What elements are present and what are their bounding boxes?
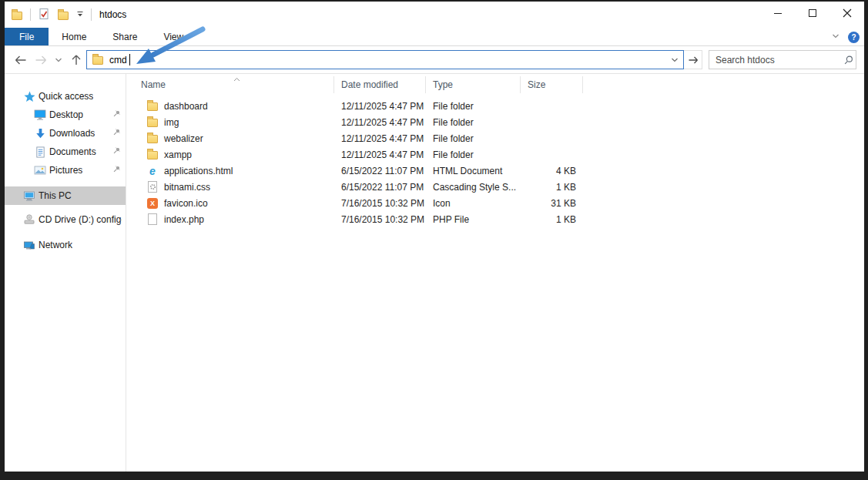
window-controls bbox=[760, 2, 864, 25]
sidebar-item-desktop[interactable]: Desktop bbox=[5, 106, 126, 124]
file-name: dashboard bbox=[164, 101, 208, 112]
navigation-bar: cmd bbox=[5, 46, 864, 74]
tab-file[interactable]: File bbox=[5, 28, 49, 45]
minimize-icon bbox=[774, 13, 782, 14]
desktop-icon bbox=[34, 109, 46, 121]
sidebar-item-documents[interactable]: Documents bbox=[5, 143, 126, 161]
file-name: xampp bbox=[164, 149, 192, 160]
file-name: bitnami.css bbox=[164, 182, 210, 193]
address-bar: cmd bbox=[86, 50, 702, 69]
ribbon-tabs: File Home Share View ? bbox=[5, 28, 864, 46]
table-row[interactable]: e X index.php 7/16/2015 10:32 PM PHP Fil… bbox=[126, 211, 864, 227]
sidebar-item-quick-access[interactable]: Quick access bbox=[5, 87, 126, 106]
recent-locations-button[interactable] bbox=[51, 50, 66, 70]
column-header-name[interactable]: Name bbox=[126, 76, 334, 93]
go-arrow-icon bbox=[688, 55, 699, 65]
sidebar-item-label: Quick access bbox=[39, 91, 93, 102]
sidebar-item-label: CD Drive (D:) config- bbox=[39, 214, 122, 225]
file-type: File folder bbox=[426, 101, 521, 112]
file-size: 4 KB bbox=[521, 166, 583, 176]
window-folder-icon bbox=[11, 8, 23, 21]
file-list-pane: Name Date modified Type Size e X dashboa… bbox=[126, 74, 864, 472]
address-folder-icon bbox=[92, 54, 104, 66]
go-button[interactable] bbox=[684, 50, 702, 69]
sidebar-item-label: Desktop bbox=[49, 109, 83, 120]
sidebar-item-this-pc[interactable]: This PC bbox=[5, 186, 126, 205]
file-icon bbox=[146, 213, 159, 226]
sidebar-item-label: Documents bbox=[49, 146, 96, 157]
tab-home[interactable]: Home bbox=[49, 28, 99, 45]
minimize-button[interactable] bbox=[760, 2, 795, 25]
file-name: img bbox=[164, 117, 179, 128]
text-cursor bbox=[129, 54, 130, 65]
titlebar: htdocs bbox=[5, 2, 864, 28]
ie-html-file-icon: e bbox=[146, 165, 159, 177]
back-arrow-icon bbox=[14, 55, 28, 65]
table-row[interactable]: e X applications.html 6/15/2022 11:07 PM… bbox=[126, 163, 864, 179]
sidebar-item-downloads[interactable]: Downloads bbox=[5, 124, 126, 143]
file-type: File folder bbox=[426, 133, 521, 144]
quick-access-toolbar bbox=[5, 8, 92, 22]
properties-check-icon[interactable] bbox=[38, 8, 50, 22]
sidebar-item-network[interactable]: Network bbox=[5, 236, 126, 254]
file-type: PHP File bbox=[426, 214, 521, 225]
file-type: Cascading Style S... bbox=[426, 182, 521, 193]
table-row[interactable]: e X img 12/11/2025 4:47 PM File folder bbox=[126, 114, 864, 130]
table-row[interactable]: e X favicon.ico 7/16/2015 10:32 PM Icon … bbox=[126, 195, 864, 211]
table-row[interactable]: e X xampp 12/11/2025 4:47 PM File folder bbox=[126, 146, 864, 163]
table-row[interactable]: e X webalizer 12/11/2025 4:47 PM File fo… bbox=[126, 130, 864, 146]
documents-icon bbox=[34, 146, 46, 158]
address-dropdown-chevron-icon[interactable] bbox=[671, 55, 679, 65]
window-title: htdocs bbox=[92, 9, 126, 20]
maximize-icon bbox=[809, 9, 816, 17]
file-name: webalizer bbox=[164, 133, 203, 144]
file-type: File folder bbox=[426, 149, 521, 160]
sidebar-item-pictures[interactable]: Pictures bbox=[5, 161, 126, 180]
tab-view[interactable]: View bbox=[150, 28, 196, 45]
pin-icon bbox=[112, 165, 121, 176]
search-input[interactable] bbox=[709, 55, 841, 65]
column-header-size[interactable]: Size bbox=[521, 76, 583, 93]
sort-ascending-icon bbox=[233, 73, 240, 84]
file-date-modified: 6/15/2022 11:07 PM bbox=[334, 166, 426, 176]
new-folder-icon[interactable] bbox=[57, 8, 69, 21]
file-date-modified: 12/11/2025 4:47 PM bbox=[334, 133, 426, 144]
file-type: HTML Document bbox=[426, 166, 521, 176]
table-row[interactable]: e X bitnami.css 6/15/2022 11:07 PM Casca… bbox=[126, 179, 864, 195]
search-icon[interactable] bbox=[841, 55, 856, 65]
navigation-pane: Quick access Desktop Downloads bbox=[5, 74, 126, 472]
forward-arrow-icon bbox=[34, 55, 48, 65]
back-button[interactable] bbox=[11, 50, 31, 70]
chevron-down-icon bbox=[55, 57, 62, 63]
customize-qat-chevron-icon[interactable] bbox=[76, 9, 84, 20]
file-date-modified: 7/16/2015 10:32 PM bbox=[334, 198, 426, 209]
file-date-modified: 12/11/2025 4:47 PM bbox=[334, 117, 426, 128]
sidebar-item-cd-drive[interactable]: CD Drive (D:) config- bbox=[5, 210, 126, 229]
file-type: File folder bbox=[426, 117, 521, 128]
file-name: index.php bbox=[164, 214, 204, 225]
forward-button[interactable] bbox=[31, 50, 51, 70]
quick-access-star-icon bbox=[23, 90, 35, 102]
sidebar-item-label: Network bbox=[39, 240, 72, 250]
explorer-window: htdocs File Home Share View ? bbox=[5, 2, 864, 472]
column-header-date-modified[interactable]: Date modified bbox=[334, 76, 426, 93]
file-date-modified: 12/11/2025 4:47 PM bbox=[334, 149, 426, 160]
xampp-favicon-icon: X bbox=[146, 197, 159, 210]
file-date-modified: 7/16/2015 10:32 PM bbox=[334, 214, 426, 225]
css-file-icon bbox=[146, 181, 159, 193]
file-date-modified: 12/11/2025 4:47 PM bbox=[334, 101, 426, 112]
folder-icon bbox=[146, 133, 159, 145]
expand-ribbon-chevron-icon[interactable] bbox=[831, 32, 840, 43]
up-button[interactable] bbox=[66, 50, 86, 70]
file-date-modified: 6/15/2022 11:07 PM bbox=[334, 182, 426, 193]
column-header-type[interactable]: Type bbox=[426, 76, 521, 93]
address-value: cmd bbox=[109, 55, 127, 65]
table-row[interactable]: e X dashboard 12/11/2025 4:47 PM File fo… bbox=[126, 98, 864, 114]
pin-icon bbox=[112, 128, 121, 139]
maximize-button[interactable] bbox=[795, 2, 829, 25]
address-input[interactable]: cmd bbox=[86, 50, 684, 69]
tab-share[interactable]: Share bbox=[99, 28, 150, 45]
help-icon[interactable]: ? bbox=[848, 32, 860, 43]
file-size: 1 KB bbox=[521, 182, 583, 193]
close-button[interactable] bbox=[829, 2, 864, 25]
